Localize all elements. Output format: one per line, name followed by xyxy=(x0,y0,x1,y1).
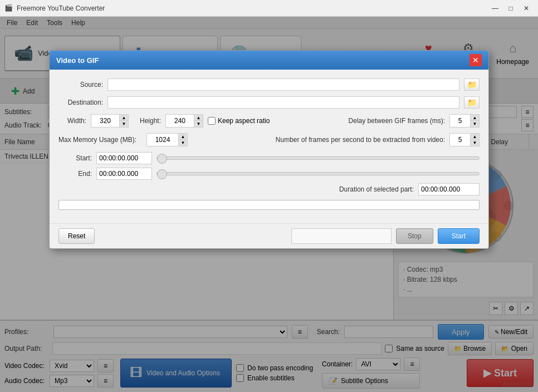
minimize-button[interactable]: — xyxy=(488,3,502,14)
end-slider-track[interactable] xyxy=(156,172,480,175)
delay-spinbox: ▲ ▼ xyxy=(449,114,480,128)
stop-button[interactable]: Stop xyxy=(396,228,433,244)
source-browse-icon: 📁 xyxy=(467,80,477,89)
fps-input[interactable] xyxy=(450,134,470,146)
width-down-btn[interactable]: ▼ xyxy=(119,121,128,127)
start-modal-button[interactable]: Start xyxy=(438,228,480,244)
destination-browse-btn[interactable]: 📁 xyxy=(464,96,480,109)
reset-button[interactable]: Reset xyxy=(58,228,95,244)
memory-up-btn[interactable]: ▲ xyxy=(178,134,187,140)
modal-source-row: Source: 📁 xyxy=(58,79,480,91)
close-button[interactable]: ✕ xyxy=(519,3,534,14)
modal-header: Video to GIF ✕ xyxy=(50,51,488,70)
delay-up-btn[interactable]: ▲ xyxy=(470,115,479,121)
window-title: Freemore YouTube Converter xyxy=(17,4,488,12)
end-slider-row: End: xyxy=(58,168,480,180)
title-bar: 🎬 Freemore YouTube Converter — □ ✕ xyxy=(0,0,538,17)
source-input[interactable] xyxy=(107,79,459,91)
end-time-input[interactable] xyxy=(96,168,152,180)
width-spinbox: ▲ ▼ xyxy=(91,114,129,128)
video-to-gif-modal: Video to GIF ✕ Source: 📁 Destination: 📁 xyxy=(49,50,489,249)
status-input xyxy=(291,228,392,244)
duration-input xyxy=(418,183,480,195)
source-browse-btn[interactable]: 📁 xyxy=(464,79,480,91)
start-slider-track[interactable] xyxy=(156,156,480,160)
height-spinbox: ▲ ▼ xyxy=(165,114,203,128)
width-up-btn[interactable]: ▲ xyxy=(119,115,128,121)
modal-destination-row: Destination: 📁 xyxy=(58,96,480,109)
end-slider-thumb[interactable] xyxy=(157,169,167,179)
destination-browse-icon: 📁 xyxy=(467,98,477,107)
destination-label: Destination: xyxy=(58,99,103,106)
delay-down-btn[interactable]: ▼ xyxy=(470,121,479,127)
fps-label: Number of frames per second to be extrac… xyxy=(276,136,445,144)
memory-input[interactable] xyxy=(147,134,178,146)
modal-memory-row: Max Memory Usage (MB): ▲ ▼ Number of fra… xyxy=(58,133,480,146)
memory-label: Max Memory Usage (MB): xyxy=(58,136,142,144)
window-controls: — □ ✕ xyxy=(488,3,534,14)
modal-overlay: Video to GIF ✕ Source: 📁 Destination: 📁 xyxy=(0,17,538,392)
start-time-input[interactable] xyxy=(96,152,152,164)
height-up-btn[interactable]: ▲ xyxy=(194,115,203,121)
modal-body: Source: 📁 Destination: 📁 Width: xyxy=(50,70,488,223)
duration-label: Duration of selected part: xyxy=(339,185,414,193)
width-input[interactable] xyxy=(91,115,119,127)
start-slider-thumb[interactable] xyxy=(157,154,167,164)
fps-up-btn[interactable]: ▲ xyxy=(470,134,479,140)
app-icon: 🎬 xyxy=(4,4,13,13)
height-label: Height: xyxy=(133,117,161,125)
destination-input[interactable] xyxy=(107,96,459,109)
modal-title: Video to GIF xyxy=(56,56,99,65)
maximize-button[interactable]: □ xyxy=(503,3,518,14)
modal-footer: Reset Stop Start xyxy=(50,223,488,248)
source-label: Source: xyxy=(58,81,103,89)
delay-input[interactable] xyxy=(450,115,470,127)
end-time-label: End: xyxy=(58,170,92,178)
keep-aspect-row: Keep aspect ratio xyxy=(208,117,270,125)
progress-bar-container xyxy=(58,200,480,210)
modal-close-button[interactable]: ✕ xyxy=(469,54,482,66)
fps-spinbox: ▲ ▼ xyxy=(449,133,480,146)
memory-down-btn[interactable]: ▼ xyxy=(178,140,187,146)
duration-row: Duration of selected part: xyxy=(58,183,480,195)
keep-aspect-label: Keep aspect ratio xyxy=(218,117,270,125)
start-slider-row: Start: xyxy=(58,152,480,164)
delay-label: Delay between GIF frames (ms): xyxy=(349,117,445,125)
memory-spinbox: ▲ ▼ xyxy=(146,133,188,146)
height-input[interactable] xyxy=(166,115,194,127)
height-down-btn[interactable]: ▼ xyxy=(194,121,203,127)
fps-down-btn[interactable]: ▼ xyxy=(470,140,479,146)
keep-aspect-checkbox[interactable] xyxy=(208,117,216,125)
modal-dims-row: Width: ▲ ▼ Height: ▲ ▼ xyxy=(58,114,480,128)
start-time-label: Start: xyxy=(58,154,92,162)
width-label: Width: xyxy=(58,117,86,125)
